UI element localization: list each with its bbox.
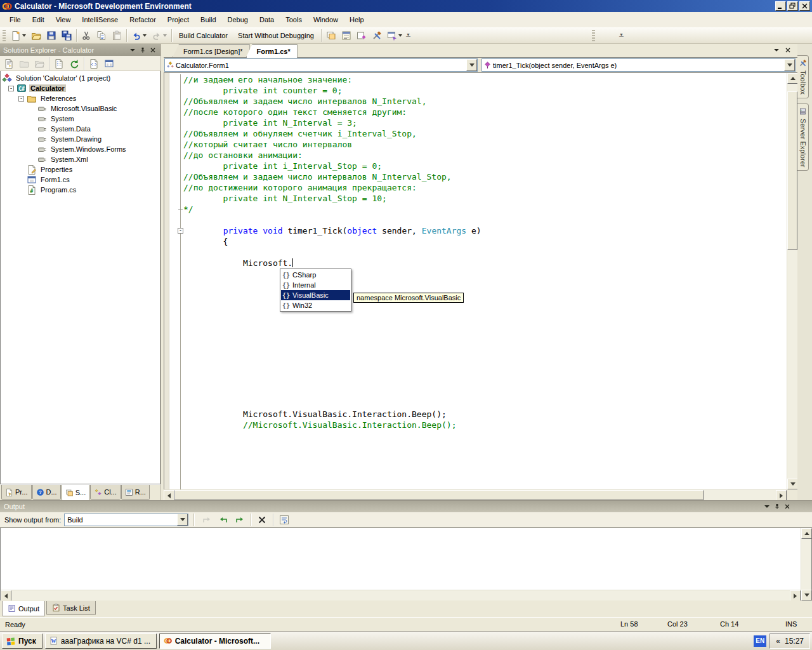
- output-scroll-down-icon[interactable]: [801, 590, 812, 600]
- menu-build[interactable]: Build: [195, 13, 221, 26]
- output-close-icon[interactable]: [783, 502, 792, 511]
- taskbar-task-calculator-microsoft-[interactable]: Calculator - Microsoft...: [159, 633, 271, 649]
- build-calculator-button[interactable]: Build Calculator: [174, 29, 233, 43]
- fold-collapse-icon[interactable]: -: [178, 228, 183, 234]
- close-panel-icon[interactable]: [148, 46, 157, 55]
- autohide-tab-server-explorer[interactable]: Server Explorer: [797, 103, 809, 171]
- output-scroll-left-icon[interactable]: [1, 590, 11, 601]
- menu-refactor[interactable]: Refactor: [124, 13, 162, 26]
- panel-tab-pr[interactable]: Pr...: [1, 485, 32, 500]
- tray-clock[interactable]: « 15:27: [769, 633, 810, 649]
- solution-tree[interactable]: Solution 'Calculator' (1 project)-C#Calc…: [0, 71, 160, 484]
- output-scroll-right-icon[interactable]: [790, 590, 801, 601]
- hscroll-thumb[interactable]: [174, 490, 704, 500]
- panel-tab-cl[interactable]: Cl...: [90, 485, 121, 500]
- types-dropdown-arrow-icon[interactable]: [466, 59, 477, 71]
- goto-next-message-button[interactable]: [232, 513, 247, 527]
- tree-expander-icon[interactable]: -: [8, 86, 14, 91]
- menu-window[interactable]: Window: [308, 13, 344, 26]
- new-project-dropdown-icon[interactable]: [22, 34, 26, 37]
- output-source-dropdown[interactable]: Build: [64, 514, 188, 526]
- refresh-button[interactable]: [67, 56, 82, 70]
- members-dropdown-arrow-icon[interactable]: [784, 59, 795, 71]
- goto-prev-message-button[interactable]: [216, 513, 231, 527]
- redo-button[interactable]: [149, 29, 169, 43]
- open-file-button[interactable]: [29, 29, 44, 43]
- editor-vertical-scrollbar[interactable]: [787, 73, 797, 500]
- window-position-icon[interactable]: [128, 46, 137, 55]
- output-horizontal-scrollbar[interactable]: [1, 590, 801, 600]
- types-dropdown[interactable]: Calculator.Form1: [164, 58, 478, 72]
- output-pin-icon[interactable]: [773, 502, 782, 511]
- taskbar-task-аааграфика-на-vc-d1-[interactable]: WаааГрафика на VC# d1 ...: [45, 633, 157, 649]
- output-source-arrow-icon[interactable]: [177, 514, 188, 526]
- tree-item-program.cs[interactable]: #Program.cs: [1, 185, 160, 195]
- save-all-button[interactable]: [59, 29, 74, 43]
- document-tab-form1-cs-[interactable]: Form1.cs*: [246, 44, 298, 58]
- menu-view[interactable]: View: [50, 13, 77, 26]
- members-dropdown[interactable]: timer1_Tick(object sender, EventArgs e): [481, 58, 796, 72]
- goto-message-button[interactable]: [199, 513, 214, 527]
- other-windows-button[interactable]: [384, 29, 405, 43]
- output-position-icon[interactable]: [763, 502, 771, 511]
- editor-horizontal-scrollbar[interactable]: [164, 489, 787, 500]
- menu-data[interactable]: Data: [254, 13, 280, 26]
- output-vertical-scrollbar[interactable]: [801, 528, 811, 600]
- autohide-tab-toolbox[interactable]: Toolbox: [797, 55, 809, 98]
- menu-debug[interactable]: Debug: [222, 13, 254, 26]
- view-property-pages-button[interactable]: [1, 56, 16, 70]
- menu-file[interactable]: File: [4, 13, 27, 26]
- folder-open-button[interactable]: [32, 56, 47, 70]
- start-without-debugging-button[interactable]: Start Without Debugging: [233, 29, 319, 43]
- scroll-right-icon[interactable]: [776, 490, 787, 501]
- undo-button[interactable]: [129, 29, 149, 43]
- intellisense-item-win32[interactable]: {}Win32: [281, 300, 350, 310]
- scroll-up-icon[interactable]: [787, 73, 798, 84]
- output-content[interactable]: [0, 527, 812, 600]
- menu-help[interactable]: Help: [344, 13, 370, 26]
- view-designer-button[interactable]: [102, 56, 117, 70]
- paste-button[interactable]: [109, 29, 124, 43]
- tree-item-system[interactable]: System: [1, 114, 160, 124]
- tray-expand-icon[interactable]: «: [776, 637, 780, 646]
- tree-item-form1.cs[interactable]: Form1.cs: [1, 175, 160, 185]
- panel-tab-s[interactable]: S...: [62, 485, 90, 501]
- tree-item-microsoft.visualbasic[interactable]: Microsoft.VisualBasic: [1, 103, 160, 114]
- tree-item-system.data[interactable]: System.Data: [1, 124, 160, 134]
- cut-button[interactable]: [79, 29, 94, 43]
- menu-project[interactable]: Project: [162, 13, 195, 26]
- toolbar-overflow-2-icon[interactable]: ▼—: [619, 34, 624, 37]
- other-windows-dropdown-icon[interactable]: [398, 34, 402, 37]
- panel-tab-d[interactable]: ?D...: [32, 485, 61, 500]
- minimize-button[interactable]: [775, 1, 786, 11]
- output-scroll-up-icon[interactable]: [801, 528, 812, 539]
- pin-icon[interactable]: [138, 46, 147, 55]
- menu-tools[interactable]: Tools: [280, 13, 308, 26]
- language-indicator[interactable]: EN: [754, 635, 766, 647]
- scroll-left-icon[interactable]: [164, 490, 174, 501]
- menu-intellisense[interactable]: IntelliSense: [76, 13, 124, 26]
- tool-tab-output[interactable]: Output: [2, 601, 45, 616]
- folder-closed-button[interactable]: [16, 56, 32, 70]
- intellisense-item-csharp[interactable]: {}CSharp: [281, 270, 350, 280]
- intellisense-item-internal[interactable]: {}Internal: [281, 280, 350, 290]
- panel-tab-r[interactable]: R...: [121, 485, 150, 500]
- close-button[interactable]: [799, 1, 810, 11]
- vscroll-thumb[interactable]: [787, 91, 797, 250]
- tree-item-system.xml[interactable]: System.Xml: [1, 154, 160, 164]
- document-tab-form1-cs-design-[interactable]: Form1.cs [Design]*: [173, 44, 250, 57]
- show-all-files-button[interactable]: [51, 56, 67, 70]
- view-code-button[interactable]: [86, 56, 102, 70]
- restore-button[interactable]: [787, 1, 798, 11]
- tree-expander-icon[interactable]: -: [18, 96, 24, 102]
- solution-explorer-button[interactable]: [324, 29, 339, 43]
- toggle-word-wrap-button[interactable]: [277, 513, 292, 527]
- tree-item-references[interactable]: -References: [1, 93, 160, 103]
- tree-item-solution-calculator-1-project-[interactable]: Solution 'Calculator' (1 project): [1, 73, 160, 83]
- toolbar-overflow-icon[interactable]: ▼—: [406, 34, 410, 37]
- save-button[interactable]: [44, 29, 59, 43]
- object-browser-button[interactable]: [354, 29, 369, 43]
- toolbar-grip-2[interactable]: [592, 30, 595, 41]
- tool-tab-task-list[interactable]: Task List: [46, 601, 96, 615]
- tree-item-properties[interactable]: Properties: [1, 164, 160, 175]
